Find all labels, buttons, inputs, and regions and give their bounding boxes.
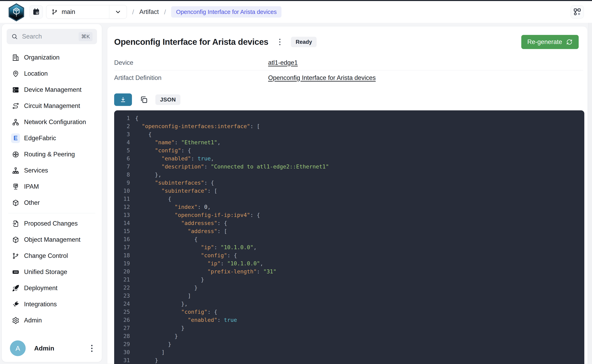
sidebar-item-deployment[interactable]: Deployment bbox=[7, 280, 97, 296]
code-line: 18 "config": { bbox=[114, 251, 584, 259]
sidebar-item-admin[interactable]: Admin bbox=[7, 312, 97, 328]
code-text: }, bbox=[135, 301, 188, 307]
storage-icon bbox=[11, 267, 20, 276]
copy-button[interactable] bbox=[138, 94, 149, 105]
sidebar-item-unified-storage[interactable]: Unified Storage bbox=[7, 264, 97, 280]
sidebar-divider bbox=[8, 213, 95, 213]
breadcrumb-section[interactable]: Artifact bbox=[139, 8, 159, 16]
line-number: 23 bbox=[119, 292, 130, 299]
code-line: 31 } bbox=[114, 356, 584, 364]
code-line: 26 "enabled": true bbox=[114, 316, 584, 324]
sidebar-item-other[interactable]: Other bbox=[7, 195, 97, 211]
line-number: 13 bbox=[119, 212, 130, 218]
git-branch-icon bbox=[11, 251, 20, 260]
workflow-view-button[interactable] bbox=[571, 5, 584, 19]
regenerate-button[interactable]: Re-generate bbox=[521, 35, 579, 49]
code-text: "index": 0, bbox=[135, 204, 211, 210]
artifact-toolbar: JSON bbox=[114, 93, 583, 106]
user-kebab-menu[interactable] bbox=[88, 343, 95, 354]
line-number: 7 bbox=[119, 163, 130, 170]
sidebar-item-circuit-management[interactable]: Circuit Management bbox=[7, 98, 97, 114]
detail-row-artifact-definition: Artifact DefinitionOpenconfig Interface … bbox=[114, 70, 583, 85]
artifact-definition-link[interactable]: Openconfig Interface for Arista devices bbox=[268, 74, 376, 82]
sidebar-item-services[interactable]: Services bbox=[7, 162, 97, 179]
sidebar-item-proposed-changes[interactable]: Proposed Changes bbox=[7, 215, 97, 232]
branch-selector[interactable]: main bbox=[46, 5, 127, 19]
code-text: } bbox=[135, 341, 171, 347]
search-shortcut-badge: ⌘K bbox=[79, 32, 93, 41]
line-number: 21 bbox=[119, 276, 130, 283]
details-table: Deviceatl1-edge1Artifact DefinitionOpenc… bbox=[114, 55, 583, 85]
line-number: 22 bbox=[119, 285, 130, 291]
code-line: 29 } bbox=[114, 340, 584, 348]
code-line: 14 "addresses": { bbox=[114, 219, 584, 227]
sidebar-item-device-management[interactable]: Device Management bbox=[7, 82, 97, 98]
code-text: } bbox=[135, 357, 158, 363]
regenerate-label: Re-generate bbox=[527, 38, 562, 46]
code-text: "openconfig-interfaces:interface": [ bbox=[135, 123, 260, 129]
detail-row-device: Deviceatl1-edge1 bbox=[114, 55, 583, 70]
line-number: 6 bbox=[119, 155, 130, 162]
page-scrollbar[interactable] bbox=[588, 23, 592, 364]
sidebar-item-location[interactable]: Location bbox=[7, 65, 97, 82]
refresh-icon bbox=[566, 39, 573, 45]
sidebar-item-ipam[interactable]: IPAM bbox=[7, 179, 97, 195]
sidebar-item-routing-peering[interactable]: Routing & Peering bbox=[7, 146, 97, 162]
line-number: 14 bbox=[119, 220, 130, 226]
sidebar-item-label: Admin bbox=[24, 317, 42, 324]
code-text: }, bbox=[135, 171, 161, 178]
line-number: 5 bbox=[119, 147, 130, 154]
line-number: 17 bbox=[119, 244, 130, 250]
branch-dropdown-toggle[interactable] bbox=[109, 8, 127, 15]
workflow-icon bbox=[573, 8, 581, 16]
sidebar-item-network-configuration[interactable]: Network Configuration bbox=[7, 114, 97, 130]
code-line: 4 "name": "Ethernet1", bbox=[114, 138, 584, 146]
rocket-icon bbox=[11, 284, 20, 292]
map-pin-icon bbox=[11, 69, 20, 78]
topbar: main / Artifact / Openconfig Interface f… bbox=[0, 1, 592, 23]
title-kebab-menu[interactable] bbox=[276, 37, 283, 47]
line-number: 12 bbox=[119, 204, 130, 210]
code-viewer[interactable]: 1{2 "openconfig-interfaces:interface": [… bbox=[114, 110, 584, 364]
avatar: A bbox=[10, 340, 26, 356]
building-icon bbox=[11, 53, 20, 62]
code-text: "ip": "10.1.0.0", bbox=[135, 260, 263, 266]
line-number: 1 bbox=[119, 115, 130, 121]
code-text: } bbox=[135, 333, 178, 339]
gear-icon bbox=[11, 316, 20, 325]
code-text: "config": { bbox=[135, 252, 237, 259]
code-text: { bbox=[135, 236, 198, 242]
schedule-button[interactable] bbox=[29, 5, 43, 19]
code-text: "config": { bbox=[135, 147, 191, 154]
code-text: "name": "Ethernet1", bbox=[135, 139, 221, 145]
line-number: 27 bbox=[119, 325, 130, 331]
code-line: 9 "subinterfaces": { bbox=[114, 179, 584, 187]
sidebar-item-label: Organization bbox=[24, 54, 60, 61]
sidebar-item-edgefabric[interactable]: EEdgeFabric bbox=[7, 130, 97, 146]
sidebar-item-organization[interactable]: Organization bbox=[7, 49, 97, 65]
user-menu[interactable]: A Admin bbox=[8, 340, 95, 357]
download-button[interactable] bbox=[114, 93, 132, 106]
sidebar-item-object-management[interactable]: Object Management bbox=[7, 232, 97, 248]
search-placeholder: Search bbox=[22, 33, 74, 40]
ipam-sign-icon bbox=[11, 182, 20, 191]
sidebar-item-integrations[interactable]: Integrations bbox=[7, 296, 97, 312]
line-number: 20 bbox=[119, 268, 130, 275]
code-line: 25 "config": { bbox=[114, 308, 584, 316]
branch-label: main bbox=[62, 8, 75, 16]
sidebar-item-change-control[interactable]: Change Control bbox=[7, 248, 97, 264]
line-number: 16 bbox=[119, 236, 130, 242]
code-line: 27 } bbox=[114, 324, 584, 332]
breadcrumb-current[interactable]: Openconfig Interface for Arista devices bbox=[171, 6, 282, 18]
sidebar-item-label: Services bbox=[24, 167, 48, 174]
search-input[interactable]: Search ⌘K bbox=[7, 29, 97, 44]
device-link[interactable]: atl1-edge1 bbox=[268, 59, 298, 66]
status-badge: Ready bbox=[291, 37, 316, 47]
code-text: { bbox=[135, 115, 138, 121]
code-line: 5 "config": { bbox=[114, 146, 584, 154]
app-logo-icon[interactable] bbox=[8, 3, 25, 20]
router-icon bbox=[11, 150, 20, 159]
code-text: "subinterface": [ bbox=[135, 188, 217, 194]
branch-current[interactable]: main bbox=[46, 8, 109, 16]
sidebar-item-label: Change Control bbox=[24, 252, 68, 260]
